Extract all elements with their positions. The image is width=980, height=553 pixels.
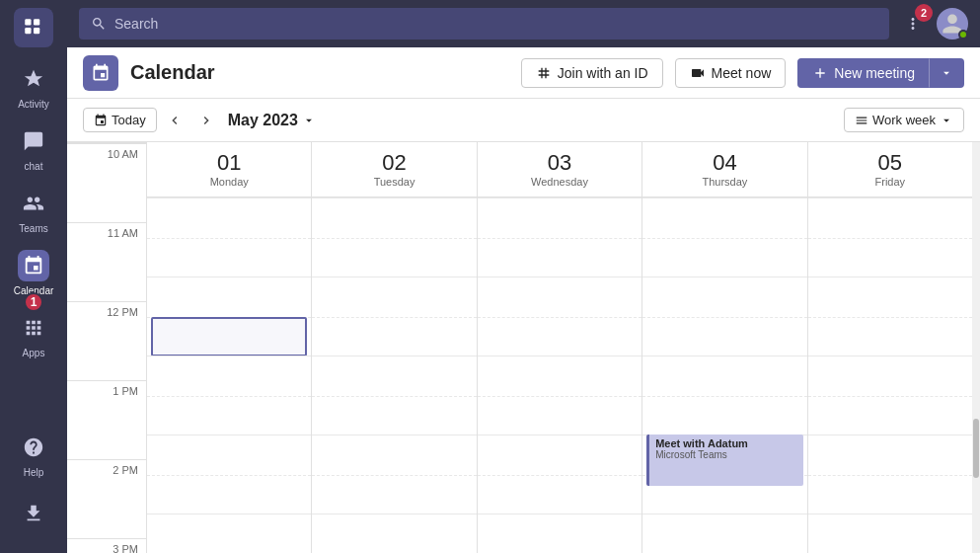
apps-icon xyxy=(18,312,49,344)
today-label: Today xyxy=(112,113,146,127)
day-column-wed[interactable] xyxy=(477,198,641,553)
next-week-button[interactable] xyxy=(192,107,220,134)
help-icon xyxy=(18,432,49,463)
svg-rect-0 xyxy=(25,19,31,25)
day-name-wed: Wednesday xyxy=(531,176,588,188)
hash-icon xyxy=(536,65,552,81)
apps-grid-button[interactable] xyxy=(14,8,53,47)
day-header-fri: 05 Friday xyxy=(807,142,972,197)
sidebar-item-help[interactable]: Help xyxy=(14,424,53,486)
day-headers: 01 Monday 02 Tuesday 03 Wednesday 04 Thu… xyxy=(146,142,972,198)
chat-icon xyxy=(18,125,49,157)
day-num-thu: 04 xyxy=(713,152,736,174)
time-selection xyxy=(151,317,307,356)
sidebar-item-teams[interactable]: Teams xyxy=(0,180,67,242)
calendar-grid: 10 AM 11 AM 12 PM 1 PM 2 PM 3 PM 01 Mond… xyxy=(67,142,980,553)
calendar-header: Calendar Join with an ID Meet now New me… xyxy=(67,47,980,99)
time-slot-12pm: 12 PM xyxy=(67,301,146,380)
calendar-app-icon xyxy=(83,55,118,91)
main-content: Search 2 Calendar xyxy=(67,0,980,553)
teams-icon xyxy=(18,188,49,219)
join-with-id-button[interactable]: Join with an ID xyxy=(521,58,663,88)
day-column-thu[interactable]: Meet with Adatum Microsoft Teams xyxy=(641,198,806,553)
chevron-down-icon xyxy=(940,66,953,80)
day-header-tue: 02 Tuesday xyxy=(311,142,476,197)
sidebar-item-chat[interactable]: chat xyxy=(0,118,67,180)
page-title: Calendar xyxy=(130,61,215,84)
day-num-mon: 01 xyxy=(217,152,241,174)
scrollbar-thumb[interactable] xyxy=(973,419,979,478)
event-title: Meet with Adatum xyxy=(655,437,796,449)
sidebar-item-activity[interactable]: Activity xyxy=(0,55,67,118)
date-nav-bar: Today May 2023 Work week xyxy=(67,99,980,142)
plus-icon xyxy=(812,65,828,81)
sidebar-teams-label: Teams xyxy=(19,223,47,234)
day-num-wed: 03 xyxy=(548,152,571,174)
day-name-thu: Thursday xyxy=(702,176,747,188)
view-selector[interactable]: Work week xyxy=(844,108,964,132)
sidebar-help-label: Help xyxy=(24,467,44,478)
new-meeting-button[interactable]: New meeting xyxy=(797,58,929,88)
svg-rect-2 xyxy=(25,28,31,34)
scrollbar-track[interactable] xyxy=(972,142,980,553)
view-dropdown-icon xyxy=(940,114,953,127)
day-column-fri[interactable] xyxy=(807,198,972,553)
day-column-mon[interactable] xyxy=(146,198,311,553)
day-header-wed: 03 Wednesday xyxy=(477,142,641,197)
search-icon xyxy=(91,16,107,32)
meet-now-label: Meet now xyxy=(712,65,772,81)
meet-now-button[interactable]: Meet now xyxy=(675,58,787,88)
day-num-fri: 05 xyxy=(878,152,902,174)
sidebar-bottom: Help xyxy=(14,424,53,545)
day-name-fri: Friday xyxy=(875,176,906,188)
svg-rect-1 xyxy=(34,19,39,25)
time-slot-10am: 10 AM xyxy=(67,143,146,222)
day-num-tue: 02 xyxy=(382,152,406,174)
avatar-status xyxy=(958,30,968,40)
sidebar-chat-label: chat xyxy=(25,161,43,172)
hour-row[interactable] xyxy=(147,198,311,276)
sidebar: Activity chat Teams Calendar 1 App xyxy=(0,0,67,553)
calendar-body: 01 Monday 02 Tuesday 03 Wednesday 04 Thu… xyxy=(146,142,972,553)
sidebar-item-download[interactable] xyxy=(14,490,53,537)
hour-row[interactable] xyxy=(147,434,311,514)
more-options-button[interactable]: 2 xyxy=(897,8,929,40)
new-meeting-label: New meeting xyxy=(834,65,915,81)
calendar-nav-icon xyxy=(18,250,49,281)
svg-rect-3 xyxy=(34,28,39,34)
day-column-tue[interactable] xyxy=(311,198,476,553)
time-slot-1pm: 1 PM xyxy=(67,380,146,459)
event-meet-adatum[interactable]: Meet with Adatum Microsoft Teams xyxy=(646,434,802,486)
today-icon xyxy=(94,114,108,127)
sidebar-activity-label: Activity xyxy=(18,99,49,110)
new-meeting-dropdown[interactable] xyxy=(929,58,964,88)
day-name-tue: Tuesday xyxy=(374,176,415,188)
month-year-label[interactable]: May 2023 xyxy=(228,112,316,129)
hour-row[interactable] xyxy=(147,514,311,553)
view-icon xyxy=(855,114,868,127)
notification-badge: 2 xyxy=(915,4,933,22)
download-icon xyxy=(18,498,49,529)
time-gutter: 10 AM 11 AM 12 PM 1 PM 2 PM 3 PM xyxy=(67,143,146,553)
day-header-mon: 01 Monday xyxy=(146,142,311,197)
avatar-container[interactable] xyxy=(937,8,968,40)
day-columns-scroll[interactable]: Meet with Adatum Microsoft Teams xyxy=(146,198,972,553)
activity-icon xyxy=(18,63,49,95)
today-button[interactable]: Today xyxy=(83,108,157,132)
sidebar-item-apps[interactable]: Apps xyxy=(0,304,67,366)
time-slot-2pm: 2 PM xyxy=(67,459,146,538)
sidebar-apps-label: Apps xyxy=(23,348,45,358)
chevron-right-icon xyxy=(198,113,214,128)
sidebar-item-calendar[interactable]: Calendar 1 xyxy=(0,242,67,304)
grid-icon xyxy=(24,18,43,38)
search-placeholder: Search xyxy=(114,16,158,32)
hour-row[interactable] xyxy=(147,276,311,356)
video-icon xyxy=(690,65,706,81)
search-box[interactable]: Search xyxy=(79,8,889,40)
hour-row[interactable] xyxy=(147,356,311,434)
new-meeting-group: New meeting xyxy=(797,58,964,88)
top-bar: Search 2 xyxy=(67,0,980,47)
prev-week-button[interactable] xyxy=(161,107,188,134)
day-name-mon: Monday xyxy=(210,176,249,188)
chevron-left-icon xyxy=(167,113,183,128)
